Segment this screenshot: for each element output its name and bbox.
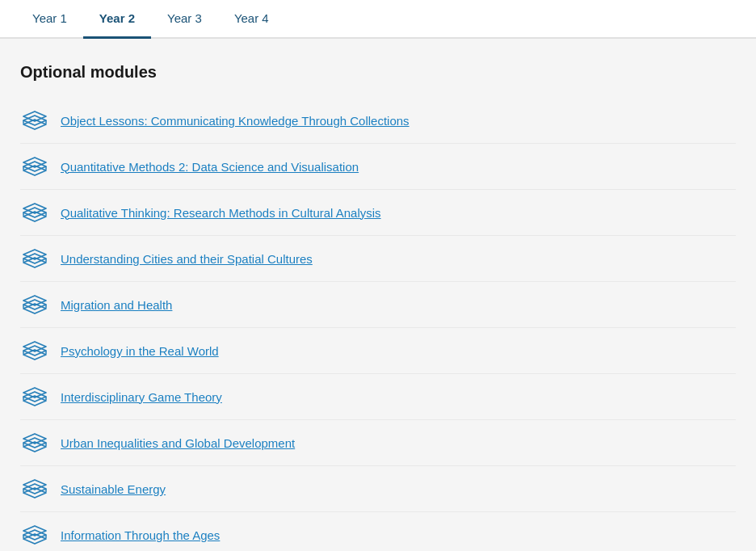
layers-icon <box>20 428 49 457</box>
list-item: Qualitative Thinking: Research Methods i… <box>20 190 736 236</box>
module-link[interactable]: Qualitative Thinking: Research Methods i… <box>61 206 381 220</box>
list-item: Interdisciplinary Game Theory <box>20 374 736 420</box>
module-link[interactable]: Migration and Health <box>61 298 172 312</box>
svg-marker-20 <box>23 300 46 309</box>
list-item: Object Lessons: Communicating Knowledge … <box>20 98 736 144</box>
list-item: Migration and Health <box>20 282 736 328</box>
layers-icon <box>20 336 49 365</box>
layers-icon <box>20 474 49 503</box>
svg-marker-35 <box>23 438 46 448</box>
svg-marker-0 <box>23 116 46 125</box>
year-tabs: Year 1 Year 2 Year 3 Year 4 <box>0 0 756 39</box>
svg-marker-5 <box>23 162 46 171</box>
list-item: Information Through the Ages <box>20 512 736 551</box>
module-link[interactable]: Psychology in the Real World <box>61 344 219 358</box>
layers-icon <box>20 382 49 411</box>
section-title: Optional modules <box>20 63 736 82</box>
module-link[interactable]: Quantitative Methods 2: Data Science and… <box>61 160 359 174</box>
list-item: Urban Inequalities and Global Developmen… <box>20 420 736 466</box>
list-item: Quantitative Methods 2: Data Science and… <box>20 144 736 190</box>
module-list: Object Lessons: Communicating Knowledge … <box>20 98 736 551</box>
module-link[interactable]: Urban Inequalities and Global Developmen… <box>61 436 295 450</box>
module-link[interactable]: Understanding Cities and their Spatial C… <box>61 252 313 266</box>
svg-marker-45 <box>23 530 46 540</box>
svg-marker-15 <box>23 254 46 263</box>
module-link[interactable]: Interdisciplinary Game Theory <box>61 390 222 404</box>
layers-icon <box>20 152 49 181</box>
tab-year3[interactable]: Year 3 <box>151 0 218 39</box>
layers-icon <box>20 198 49 227</box>
tab-year2[interactable]: Year 2 <box>83 0 151 39</box>
module-link[interactable]: Object Lessons: Communicating Knowledge … <box>61 114 410 128</box>
svg-marker-10 <box>23 208 46 217</box>
layers-icon <box>20 520 49 549</box>
svg-marker-25 <box>23 346 46 355</box>
layers-icon <box>20 290 49 319</box>
list-item: Psychology in the Real World <box>20 328 736 374</box>
tab-year4[interactable]: Year 4 <box>218 0 285 39</box>
layers-icon <box>20 244 49 273</box>
content-area: Optional modules Object Lessons: Communi… <box>0 39 756 551</box>
svg-marker-30 <box>23 392 46 402</box>
tab-year1[interactable]: Year 1 <box>16 0 83 39</box>
layers-icon <box>20 106 49 135</box>
svg-marker-40 <box>23 484 46 494</box>
main-container: Year 1 Year 2 Year 3 Year 4 Optional mod… <box>0 0 756 551</box>
module-link[interactable]: Information Through the Ages <box>61 528 220 542</box>
module-link[interactable]: Sustainable Energy <box>61 482 166 496</box>
list-item: Sustainable Energy <box>20 466 736 512</box>
list-item: Understanding Cities and their Spatial C… <box>20 236 736 282</box>
